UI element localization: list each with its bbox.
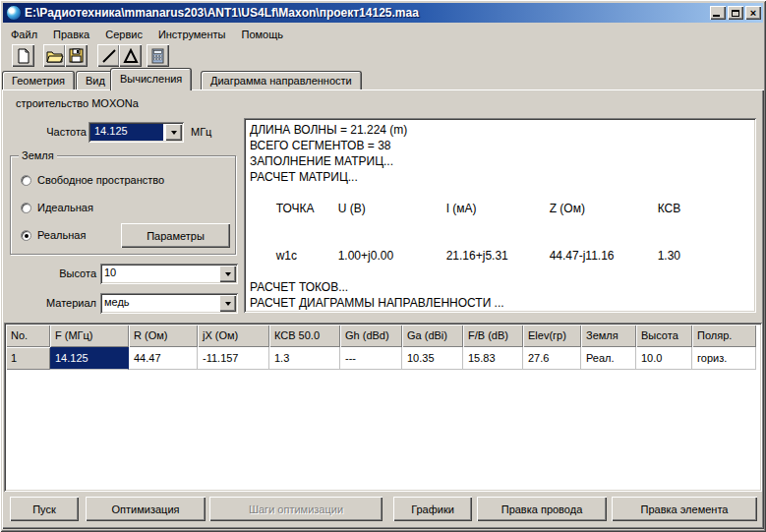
- col-header[interactable]: Gh (dBd): [340, 325, 402, 347]
- menu-file[interactable]: Файл: [3, 27, 45, 42]
- charts-button[interactable]: Графики: [393, 497, 472, 521]
- output-line: РАСЧЕТ МАТРИЦ...: [250, 169, 750, 185]
- calculation-output[interactable]: ДЛИНА ВОЛНЫ = 21.224 (m) ВСЕГО СЕГМЕНТОВ…: [244, 118, 756, 313]
- results-table-header: No. F (МГц) R (Ом) jX (Ом) КСВ 50.0 Gh (…: [6, 325, 760, 347]
- ground-groupbox: Земля Свободное пространство Идеальная Р…: [10, 155, 236, 255]
- output-col: 44.47-j11.16: [550, 248, 658, 264]
- maximize-icon: [732, 10, 739, 17]
- ground-option-label: Реальная: [37, 229, 86, 241]
- ground-option-free-space[interactable]: Свободное пространство: [21, 174, 164, 186]
- tab-geometry[interactable]: Геометрия: [2, 71, 75, 90]
- close-button[interactable]: ×: [745, 6, 761, 20]
- optimize-button[interactable]: Оптимизация: [86, 497, 206, 521]
- output-col: ТОЧКА: [276, 201, 338, 216]
- ground-option-real[interactable]: Реальная: [21, 229, 86, 241]
- edit-element-button[interactable]: Правка элемента: [612, 497, 757, 521]
- cell-r[interactable]: 44.47: [129, 347, 198, 370]
- menu-service[interactable]: Сервис: [97, 27, 150, 42]
- menu-edit[interactable]: Правка: [45, 27, 97, 42]
- material-combobox[interactable]: медь: [100, 293, 238, 314]
- material-label: Материал: [29, 297, 96, 309]
- frequency-dropdown-button[interactable]: [165, 124, 182, 141]
- open-file-button[interactable]: [43, 44, 66, 67]
- save-button[interactable]: [65, 44, 88, 67]
- cell-height[interactable]: 10.0: [636, 347, 692, 370]
- radio-icon[interactable]: [21, 203, 31, 213]
- radio-icon[interactable]: [21, 230, 31, 241]
- cell-swr[interactable]: 1.3: [269, 347, 340, 370]
- col-header[interactable]: Высота: [636, 325, 692, 347]
- col-header[interactable]: F (МГц): [50, 325, 129, 347]
- output-col: 1.00+j0.00: [338, 248, 446, 264]
- frequency-unit-label: МГц: [191, 126, 211, 138]
- height-value[interactable]: 10: [100, 264, 217, 284]
- col-header[interactable]: No.: [6, 325, 50, 347]
- frequency-combobox[interactable]: 14.125: [88, 122, 184, 143]
- maximize-button[interactable]: [728, 6, 743, 20]
- minimize-icon: [713, 15, 720, 17]
- col-header[interactable]: Elev(гр): [523, 325, 581, 347]
- ground-option-label: Свободное пространство: [37, 174, 164, 186]
- height-label: Высота: [43, 267, 96, 279]
- col-header[interactable]: КСВ 50.0: [269, 325, 340, 347]
- col-header[interactable]: R (Ом): [129, 325, 198, 347]
- run-button[interactable]: Пуск: [10, 497, 79, 521]
- output-line: РАСЧЕТ АНТЕННЫ УСПЕШНО ЗАВЕРШЕН: [250, 311, 750, 313]
- ground-option-label: Идеальная: [37, 202, 93, 213]
- output-line: ДЛИНА ВОЛНЫ = 21.224 (m): [250, 122, 750, 138]
- cell-ga[interactable]: 10.35: [402, 347, 463, 370]
- edit-wire-button[interactable]: Правка провода: [477, 497, 607, 521]
- window-title: E:\Радиотехника\mmanarus203\ANT1\US4Lf\M…: [25, 6, 708, 20]
- output-point-header: ТОЧКАU (В)I (мА)Z (Ом)КСВ: [250, 185, 750, 232]
- cell-ground[interactable]: Реал.: [581, 347, 636, 370]
- output-col: 21.16+j5.31: [446, 248, 550, 264]
- frequency-value[interactable]: 14.125: [90, 124, 163, 141]
- output-col: 1.30: [658, 249, 680, 263]
- col-header[interactable]: F/B (dB): [463, 325, 523, 347]
- minimize-button[interactable]: [710, 6, 726, 20]
- calculator-icon: [151, 48, 164, 64]
- cell-frequency[interactable]: 14.125: [50, 347, 129, 370]
- cell-jx[interactable]: -11.157: [198, 347, 269, 370]
- table-row[interactable]: 1 14.125 44.47 -11.157 1.3 --- 10.35 15.…: [6, 347, 760, 370]
- row-header[interactable]: 1: [6, 347, 50, 370]
- new-file-button[interactable]: [12, 44, 34, 67]
- cell-polarization[interactable]: гориз.: [692, 347, 756, 370]
- optimization-steps-button[interactable]: Шаги оптимизации: [209, 497, 383, 521]
- material-value[interactable]: медь: [100, 293, 217, 314]
- output-line: ВСЕГО СЕГМЕНТОВ = 38: [250, 138, 750, 153]
- cell-fb[interactable]: 15.83: [463, 347, 523, 370]
- title-bar: E:\Радиотехника\mmanarus203\ANT1\US4Lf\M…: [3, 3, 763, 23]
- output-col: Z (Ом): [550, 201, 658, 216]
- col-header[interactable]: Ga (dBi): [402, 325, 463, 347]
- radio-icon[interactable]: [21, 175, 31, 186]
- output-col: КСВ: [658, 202, 681, 215]
- add-element-button[interactable]: [119, 44, 142, 67]
- col-header[interactable]: Земля: [581, 325, 636, 347]
- chevron-down-icon: [225, 272, 231, 279]
- height-dropdown-button[interactable]: [219, 266, 236, 282]
- add-wire-button[interactable]: [97, 44, 120, 67]
- cell-elev[interactable]: 27.6: [523, 347, 581, 370]
- tab-pattern[interactable]: Диаграмма направленности: [201, 71, 362, 90]
- material-dropdown-button[interactable]: [219, 295, 236, 312]
- chevron-down-icon: [225, 302, 231, 309]
- tab-calculations[interactable]: Вычисления: [110, 68, 192, 90]
- output-line: РАСЧЕТ ТОКОВ...: [250, 279, 750, 295]
- height-combobox[interactable]: 10: [100, 264, 238, 284]
- col-header[interactable]: Поляр.: [692, 325, 756, 347]
- output-point-row: w1c1.00+j0.0021.16+j5.3144.47-j11.161.30: [250, 232, 750, 279]
- menu-help[interactable]: Помощь: [233, 27, 291, 42]
- output-line: ЗАПОЛНЕНИЕ МАТРИЦ...: [250, 153, 750, 169]
- col-header[interactable]: jX (Ом): [198, 325, 269, 347]
- cell-gh[interactable]: ---: [340, 347, 402, 370]
- tab-view[interactable]: Вид: [76, 71, 115, 90]
- ground-option-ideal[interactable]: Идеальная: [21, 202, 93, 213]
- output-line: РАСЧЕТ ДИАГРАММЫ НАПРАВЛЕННОСТИ ...: [250, 295, 750, 311]
- menu-tools[interactable]: Инструменты: [150, 27, 234, 42]
- line-icon: [101, 48, 117, 64]
- results-table[interactable]: No. F (МГц) R (Ом) jX (Ом) КСВ 50.0 Gh (…: [4, 323, 762, 492]
- calculate-button[interactable]: [147, 44, 169, 67]
- ground-params-button[interactable]: Параметры: [121, 223, 230, 248]
- toolbar: [3, 43, 763, 69]
